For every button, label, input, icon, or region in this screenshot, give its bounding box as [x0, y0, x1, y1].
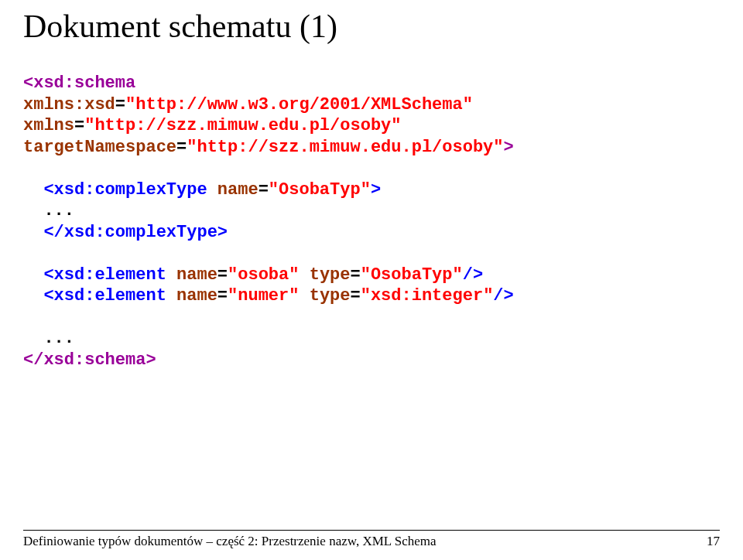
- code-ellipsis: ...: [23, 329, 74, 348]
- code-attr: name: [176, 286, 217, 306]
- code-tag: >: [504, 138, 514, 157]
- footer-text: Definiowanie typów dokumentów – część 2:…: [23, 534, 437, 549]
- code-attr: targetNamespace: [23, 138, 176, 157]
- code-eq: =: [74, 116, 84, 135]
- slide-title: Dokument schematu (1): [23, 8, 720, 45]
- code-val: "osoba": [228, 265, 299, 285]
- code-eq: =: [351, 286, 361, 306]
- code-attr: type: [310, 265, 351, 285]
- code-val: "http://www.w3.org/2001/XMLSchema": [125, 95, 473, 114]
- code-eq: =: [176, 138, 187, 157]
- code-val: "http://szz.mimuw.edu.pl/osoby": [84, 116, 401, 135]
- code-eq: =: [351, 265, 361, 285]
- code-tag: <xsd:schema: [23, 73, 135, 93]
- code-ellipsis: ...: [23, 201, 74, 220]
- code-eq: =: [217, 286, 228, 306]
- page-number: 17: [707, 534, 720, 549]
- slide-container: Dokument schematu (1) <xsd:schema xmlns:…: [0, 0, 743, 560]
- code-sp: [299, 265, 309, 285]
- code-attr: xmlns:xsd: [23, 95, 115, 114]
- code-val: "http://szz.mimuw.edu.pl/osoby": [187, 138, 503, 157]
- code-tag: />: [493, 286, 513, 306]
- code-tag: <xsd:element: [23, 265, 176, 285]
- code-tag: >: [371, 180, 381, 200]
- code-eq: =: [115, 95, 125, 114]
- code-tag: </xsd:schema>: [23, 350, 156, 370]
- code-attr: type: [310, 286, 351, 306]
- code-block: <xsd:schema xmlns:xsd="http://www.w3.org…: [23, 73, 720, 370]
- code-attr: name: [176, 265, 217, 285]
- code-eq: =: [217, 265, 228, 285]
- code-val: "OsobaTyp": [361, 265, 463, 285]
- code-val: "numer": [228, 286, 299, 306]
- code-tag: </xsd:complexType>: [23, 223, 228, 242]
- code-tag: <xsd:element: [23, 286, 176, 306]
- code-sp: [299, 286, 309, 306]
- footer-divider: [23, 530, 720, 531]
- footer: Definiowanie typów dokumentów – część 2:…: [23, 534, 720, 549]
- code-tag: <xsd:complexType: [23, 180, 217, 200]
- code-eq: =: [259, 180, 269, 200]
- code-tag: />: [463, 265, 483, 285]
- code-attr: xmlns: [23, 116, 74, 135]
- code-val: "xsd:integer": [361, 286, 494, 306]
- code-attr: name: [217, 180, 259, 200]
- code-val: "OsobaTyp": [269, 180, 371, 200]
